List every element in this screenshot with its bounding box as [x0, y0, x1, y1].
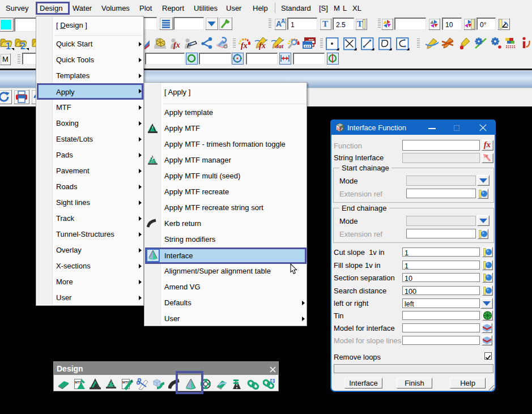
svg-text:2: 2 — [20, 41, 25, 51]
svg-text:fx: fx — [259, 41, 266, 50]
svg-text:fx: fx — [173, 41, 180, 49]
svg-text:1: 1 — [6, 41, 11, 51]
svg-text:12: 12 — [337, 127, 342, 131]
svg-text:fx: fx — [241, 41, 248, 50]
svg-text:dat: dat — [275, 42, 284, 49]
